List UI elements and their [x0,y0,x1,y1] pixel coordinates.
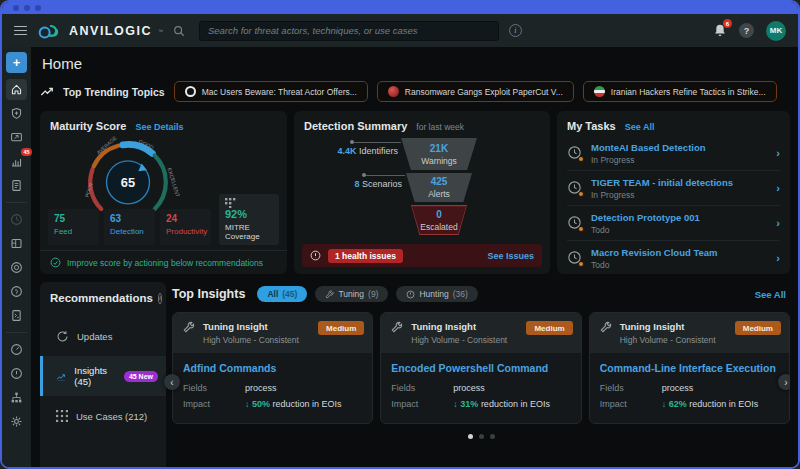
carousel-right-button[interactable]: › [778,374,790,390]
impact-percent: 31% [460,399,478,409]
sidebar-item-dashboards[interactable] [6,233,27,254]
brand-logo[interactable]: ANVILOGIC ™ [37,23,163,39]
insight-subtitle: High Volume - Consistent [203,335,299,345]
shield-icon [10,107,23,120]
reco-item-updates[interactable]: Updates [40,316,166,356]
reco-item-label: Updates [77,331,112,342]
funnel-connector [366,175,405,176]
chevron-right-icon[interactable]: › [776,217,780,229]
notifications-button[interactable]: 6 [713,23,727,38]
anvilogic-cloud-icon [37,23,63,39]
sidebar-item-armory[interactable] [6,103,27,124]
task-row[interactable]: MonteAI Based DetectionIn Progress › [567,136,780,171]
insight-title-link[interactable]: Adfind Commands [183,362,362,374]
help-button[interactable]: ? [739,23,754,38]
topic-thumbnail-icon [594,86,605,97]
funnel-label: Escalated [420,222,457,232]
impact-percent: 62% [669,399,687,409]
trending-topic-chip[interactable]: Mac Users Beware: Threat Actor Offers... [174,81,368,102]
impact-text: reduction in EOIs [689,399,758,409]
insight-card[interactable]: Tuning Insight High Volume - Consistent … [380,312,581,424]
trending-topic-chip[interactable]: Ransomware Gangs Exploit PaperCut V... [377,81,574,102]
sidebar-item-performance[interactable] [6,339,27,360]
global-search [199,21,499,41]
tasks-see-all-link[interactable]: See All [625,122,655,132]
carousel-dot[interactable] [490,434,495,439]
hunting-icon [406,290,415,299]
stat-detection: 63 Detection [104,209,155,245]
gauge-label: EXCELLENT [167,167,182,198]
user-avatar[interactable]: MK [766,21,786,41]
task-status-dot [578,156,584,162]
window-control-icon[interactable] [35,5,41,11]
chevron-right-icon[interactable]: › [776,182,780,194]
carousel-dot[interactable] [479,434,484,439]
info-icon[interactable]: i [158,293,162,304]
insight-type: Tuning Insight [411,321,507,332]
tab-hunting[interactable]: Hunting(36) [396,286,477,302]
impact-label: Impact [183,399,245,409]
sidebar-item-settings[interactable] [6,411,27,432]
home-icon [10,83,23,96]
topic-thumbnail-icon [388,86,399,97]
funnel-stage-alerts[interactable]: 425 Alerts [406,173,472,202]
sidebar-item-analytics[interactable]: 45 [6,151,27,172]
sidebar-item-home[interactable] [6,79,27,100]
tab-all[interactable]: All(45) [257,286,307,302]
see-issues-link[interactable]: See Issues [487,251,534,261]
stat-value: 75 [54,213,93,224]
tab-tuning[interactable]: Tuning(9) [315,286,388,302]
gauge-icon [10,343,23,356]
funnel-stage-warnings[interactable]: 21K Warnings [401,138,477,170]
health-issues-badge: 1 health issues [328,249,403,263]
reco-item-use-cases[interactable]: Use Cases (212) [40,396,166,436]
funnel-stage-escalated[interactable]: 0 Escalated [411,205,467,235]
search-info-icon[interactable]: i [509,24,522,37]
create-new-button[interactable]: + [6,52,27,73]
fields-value: process [453,383,485,393]
query-icon [10,285,23,298]
impact-label: Impact [600,399,662,409]
task-row[interactable]: TIGER TEAM - initial detectionsIn Progre… [567,171,780,206]
maturity-score-value: 65 [121,175,135,190]
reco-item-insights[interactable]: Insights (45) 45 New [40,356,166,396]
carousel-left-button[interactable]: ‹ [164,374,180,390]
page-title: Home [42,55,790,72]
history-icon [10,213,23,226]
chevron-right-icon[interactable]: › [776,252,780,264]
funnel-label: Warnings [421,156,457,166]
chevron-right-icon[interactable]: › [776,147,780,159]
sidebar-item-runbook[interactable] [6,305,27,326]
sidebar-item-history[interactable] [6,209,27,230]
menu-icon[interactable] [14,26,27,36]
sidebar-divider [6,202,27,203]
funnel-value: 0 [436,209,442,220]
grid-dots-icon [56,410,68,422]
detection-title: Detection Summary [304,120,407,132]
task-row[interactable]: Detection Prototype 001Todo › [567,206,780,241]
sidebar-item-alerts[interactable] [6,363,27,384]
window-control-icon[interactable] [24,5,30,11]
sidebar-item-reports[interactable] [6,175,27,196]
stat-label: Detection [110,227,149,236]
health-issues-bar: 1 health issues See Issues [302,244,542,267]
warning-icon [310,250,321,261]
insights-see-all-link[interactable]: See All [755,289,786,300]
sidebar-item-detect[interactable] [6,127,27,148]
task-status: Todo [591,225,768,235]
insight-title-link[interactable]: Command-Line Interface Execution [600,362,779,374]
sidebar-item-topology[interactable] [6,387,27,408]
trending-topic-chip[interactable]: Iranian Hackers Refine Tactics in Strike… [583,81,777,102]
sidebar-item-query[interactable] [6,281,27,302]
insight-card[interactable]: Tuning Insight High Volume - Consistent … [589,312,790,424]
insight-title-link[interactable]: Encoded Powershell Command [391,362,570,374]
stat-value: 63 [110,213,149,224]
app-window: ANVILOGIC ™ i 6 ? MK + [0,0,800,469]
window-control-icon[interactable] [13,5,19,11]
impact-text: reduction in EOIs [481,399,550,409]
search-input[interactable] [208,25,490,36]
task-row[interactable]: Macro Revision Cloud TeamTodo › [567,241,780,274]
sidebar-item-observe[interactable] [6,257,27,278]
insight-card[interactable]: Tuning Insight High Volume - Consistent … [172,312,373,424]
carousel-dot[interactable] [468,434,473,439]
